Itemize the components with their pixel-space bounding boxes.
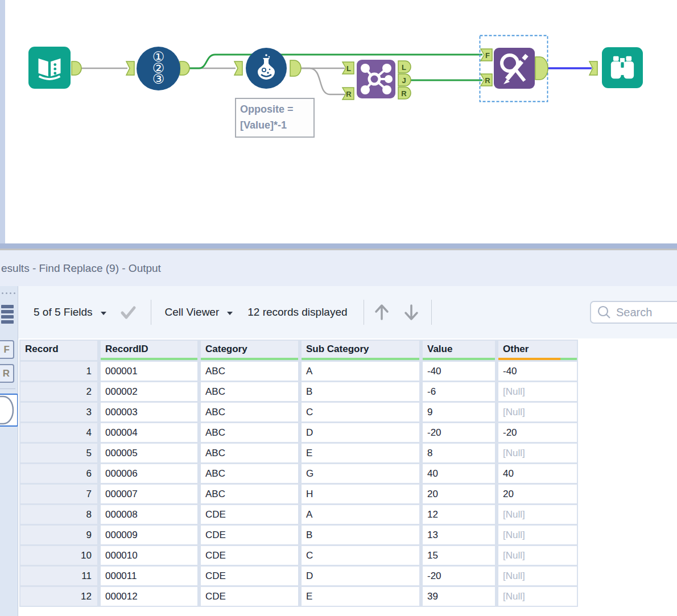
wire-recordid-to-findreplace-f[interactable] xyxy=(188,55,482,68)
row-number[interactable]: 8 xyxy=(20,505,97,524)
drag-handle-dots-icon[interactable] xyxy=(2,292,15,294)
row-number[interactable]: 1 xyxy=(20,362,97,381)
table-cell[interactable]: 000003 xyxy=(101,403,197,421)
results-panel-top-bar[interactable] xyxy=(0,243,677,249)
table-cell[interactable]: 8 xyxy=(423,444,495,462)
table-cell[interactable]: -40 xyxy=(498,362,577,381)
recordid-output-anchor[interactable] xyxy=(180,61,189,75)
row-number[interactable]: 3 xyxy=(20,403,97,421)
input-data-tool[interactable] xyxy=(28,47,71,89)
record-id-tool[interactable]: ①②③ xyxy=(137,47,180,90)
table-cell[interactable]: 40 xyxy=(423,464,495,483)
table-cell[interactable]: 000011 xyxy=(101,567,197,585)
formula-annotation[interactable]: Opposite = [Value]*-1 xyxy=(235,98,315,138)
column-header-recordid[interactable]: RecordID xyxy=(101,341,197,360)
table-cell[interactable]: 000009 xyxy=(101,526,197,544)
table-cell[interactable]: 000002 xyxy=(101,382,197,401)
records-list-icon[interactable] xyxy=(1,304,15,326)
scroll-up-arrow[interactable] xyxy=(372,302,391,323)
column-header-category[interactable]: Category xyxy=(201,341,298,360)
table-cell[interactable]: 40 xyxy=(498,464,577,483)
cell-viewer-dropdown[interactable]: Cell Viewer xyxy=(165,306,220,319)
table-cell[interactable]: 000008 xyxy=(101,505,197,524)
formula-tool[interactable] xyxy=(246,48,287,89)
table-cell[interactable]: [Null] xyxy=(498,567,577,585)
table-cell[interactable]: CDE xyxy=(201,505,298,524)
workflow-canvas[interactable]: L R L J R F R ①②③ xyxy=(0,0,677,243)
table-cell[interactable]: E xyxy=(302,587,419,606)
table-cell[interactable]: 20 xyxy=(498,485,577,503)
table-cell[interactable]: [Null] xyxy=(498,505,577,524)
table-cell[interactable]: CDE xyxy=(201,567,298,585)
table-cell[interactable]: -40 xyxy=(423,362,495,381)
table-cell[interactable]: [Null] xyxy=(498,403,577,421)
table-cell[interactable]: -20 xyxy=(498,423,577,442)
table-cell[interactable]: 15 xyxy=(423,546,495,565)
table-cell[interactable]: 000007 xyxy=(101,485,197,503)
table-cell[interactable]: CDE xyxy=(201,526,298,544)
table-cell[interactable]: -20 xyxy=(423,567,495,585)
output-anchor-button-selected[interactable] xyxy=(0,394,18,427)
table-cell[interactable]: ABC xyxy=(201,464,298,483)
table-cell[interactable]: -6 xyxy=(423,382,495,401)
row-number[interactable]: 2 xyxy=(20,382,97,401)
table-cell[interactable]: ABC xyxy=(201,485,298,503)
table-cell[interactable]: 000012 xyxy=(101,587,197,606)
row-number[interactable]: 10 xyxy=(20,546,97,565)
table-cell[interactable]: A xyxy=(302,362,419,381)
table-cell[interactable]: 13 xyxy=(423,526,495,544)
row-number[interactable]: 4 xyxy=(20,423,97,442)
table-cell[interactable]: ABC xyxy=(201,362,298,381)
table-cell[interactable]: B xyxy=(302,526,419,544)
table-cell[interactable]: 12 xyxy=(423,505,495,524)
table-cell[interactable]: 000010 xyxy=(101,546,197,565)
row-number[interactable]: 6 xyxy=(20,464,97,483)
input-data-output-anchor[interactable] xyxy=(72,61,81,75)
table-cell[interactable]: ABC xyxy=(201,444,298,462)
column-header-sub-category[interactable]: Sub Category xyxy=(302,341,419,360)
table-cell[interactable]: -20 xyxy=(423,423,495,442)
join-tool[interactable] xyxy=(357,60,395,98)
table-cell[interactable]: [Null] xyxy=(498,587,577,606)
input-f-anchor-button[interactable]: F xyxy=(0,340,14,359)
table-cell[interactable]: ABC xyxy=(201,423,298,442)
table-cell[interactable]: 000006 xyxy=(101,464,197,483)
findreplace-output-anchor[interactable] xyxy=(535,57,548,80)
table-cell[interactable]: 000001 xyxy=(101,362,197,381)
table-cell[interactable]: 000005 xyxy=(101,444,197,462)
find-replace-tool[interactable] xyxy=(494,48,535,89)
table-cell[interactable]: C xyxy=(302,403,419,421)
table-cell[interactable]: D xyxy=(302,567,419,585)
table-cell[interactable]: CDE xyxy=(201,587,298,606)
table-cell[interactable]: [Null] xyxy=(498,546,577,565)
table-cell[interactable]: E xyxy=(302,444,419,462)
table-cell[interactable]: C xyxy=(302,546,419,565)
search-box[interactable] xyxy=(590,301,677,324)
table-cell[interactable]: 39 xyxy=(423,587,495,606)
table-cell[interactable]: [Null] xyxy=(498,382,577,401)
scroll-down-arrow[interactable] xyxy=(402,302,421,323)
wire-formula-to-join-r[interactable] xyxy=(299,68,345,94)
cell-viewer-caret-icon[interactable] xyxy=(227,312,233,315)
browse-tool[interactable] xyxy=(602,47,643,88)
row-number[interactable]: 7 xyxy=(20,485,97,503)
column-header-record[interactable]: Record xyxy=(20,341,97,360)
table-cell[interactable]: H xyxy=(302,485,419,503)
table-cell[interactable]: CDE xyxy=(201,546,298,565)
search-input[interactable] xyxy=(615,305,677,320)
table-cell[interactable]: 20 xyxy=(423,485,495,503)
table-cell[interactable]: G xyxy=(302,464,419,483)
column-header-value[interactable]: Value xyxy=(423,341,495,360)
table-cell[interactable]: 9 xyxy=(423,403,495,421)
table-cell[interactable]: ABC xyxy=(201,403,298,421)
fields-dropdown[interactable]: 5 of 5 Fields xyxy=(34,306,93,319)
table-cell[interactable]: D xyxy=(302,423,419,442)
column-header-other[interactable]: Other xyxy=(498,341,577,360)
formula-output-anchor[interactable] xyxy=(290,60,301,76)
table-cell[interactable]: [Null] xyxy=(498,444,577,462)
recordid-input-anchor[interactable] xyxy=(126,61,134,75)
table-cell[interactable]: [Null] xyxy=(498,526,577,544)
row-number[interactable]: 5 xyxy=(20,444,97,462)
table-cell[interactable]: B xyxy=(302,382,419,401)
table-cell[interactable]: A xyxy=(302,505,419,524)
